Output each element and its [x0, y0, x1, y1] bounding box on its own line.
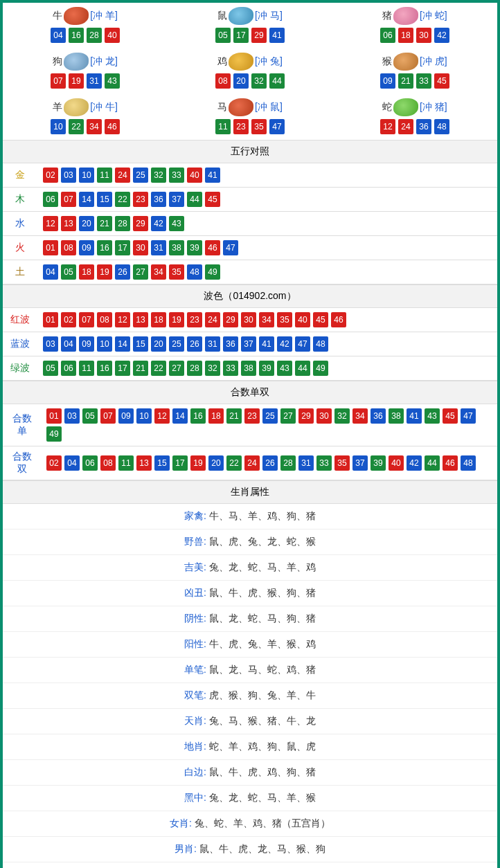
- attr-value: 鼠、牛、虎、鸡、狗、猪: [209, 766, 316, 777]
- number-badge: 40: [389, 455, 404, 471]
- attr-row: 家禽: 牛、马、羊、鸡、狗、猪: [3, 504, 497, 530]
- number-badge: 39: [259, 361, 274, 376]
- attrs-list: 家禽: 牛、马、羊、鸡、狗、猪野兽: 鼠、虎、兔、龙、蛇、猴吉美: 兔、龙、蛇、…: [3, 504, 497, 868]
- zodiac-name: 鸡: [217, 55, 227, 68]
- attr-value: 鼠、龙、马、蛇、鸡、猪: [209, 664, 316, 675]
- number-badge: 13: [136, 455, 152, 471]
- ox-icon: [64, 7, 89, 25]
- number-badge: 48: [313, 336, 328, 352]
- zodiac-name: 猪: [382, 10, 392, 22]
- number-badge: 05: [61, 264, 76, 280]
- zodiac-cell: 牛[冲 羊]04162840: [3, 3, 168, 48]
- row-numbers: 05061116172122272832333839434449: [37, 356, 497, 381]
- number-badge: 23: [187, 312, 202, 327]
- attr-row: 白边: 鼠、牛、虎、鸡、狗、猪: [3, 760, 497, 786]
- table-row: 绿波05061116172122272832333839434449: [3, 356, 497, 381]
- section-header-bose: 波色（014902.com）: [3, 284, 497, 308]
- number-badge: 21: [398, 73, 413, 89]
- number-badge: 45: [443, 408, 458, 424]
- number-badge: 21: [97, 216, 112, 231]
- number-badge: 39: [187, 240, 202, 255]
- number-badge: 23: [133, 192, 148, 207]
- number-badge: 44: [187, 192, 202, 207]
- number-badge: 43: [425, 408, 440, 424]
- number-badge: 33: [169, 168, 184, 183]
- row-label: 合数单: [3, 404, 41, 446]
- number-badge: 43: [169, 216, 184, 231]
- row-numbers: 03040910141520252631363741424748: [37, 332, 497, 356]
- number-badge: 16: [190, 408, 206, 424]
- number-badge: 05: [82, 408, 98, 424]
- zodiac-name: 羊: [53, 101, 62, 114]
- table-row: 木06071415222336374445: [3, 188, 497, 212]
- number-badge: 11: [97, 168, 112, 183]
- pig-icon: [393, 7, 418, 25]
- number-badge: 20: [151, 336, 166, 352]
- attr-key: 双笔:: [184, 689, 209, 700]
- number-badge: 03: [64, 408, 80, 424]
- number-badge: 23: [244, 408, 260, 424]
- number-badge: 35: [277, 312, 292, 327]
- number-badge: 48: [434, 119, 449, 134]
- number-badge: 04: [51, 28, 66, 43]
- attr-value: 兔、龙、蛇、马、羊、猴: [209, 792, 316, 803]
- number-badge: 21: [133, 361, 148, 376]
- number-badge: 48: [187, 264, 202, 280]
- number-badge: 04: [61, 336, 76, 352]
- number-badge: 24: [244, 455, 260, 471]
- zodiac-clash: [冲 猪]: [420, 101, 447, 114]
- number-badge: 20: [208, 455, 224, 471]
- attr-value: 牛、虎、兔、羊、猴、鸡: [209, 638, 316, 649]
- attr-value: 鼠、牛、虎、猴、狗、猪: [209, 587, 316, 598]
- zodiac-clash: [冲 虎]: [420, 55, 447, 68]
- attr-key: 吉美:: [184, 561, 209, 572]
- number-badge: 47: [295, 336, 310, 352]
- row-numbers: 0108091617303138394647: [37, 236, 497, 260]
- monkey-icon: [393, 53, 418, 71]
- rat-icon: [229, 7, 253, 25]
- number-badge: 35: [169, 264, 184, 280]
- zodiac-cell: 马[冲 鼠]11233547: [168, 94, 332, 140]
- number-badge: 15: [154, 455, 170, 471]
- number-badge: 11: [118, 455, 134, 471]
- number-badge: 33: [316, 455, 332, 471]
- number-badge: 37: [169, 192, 184, 207]
- number-badge: 18: [151, 312, 166, 327]
- number-badge: 35: [251, 119, 267, 134]
- zodiac-name: 狗: [53, 55, 62, 68]
- zodiac-name: 鼠: [217, 10, 227, 22]
- attr-value: 虎、猴、狗、兔、羊、牛: [209, 689, 316, 700]
- number-badge: 14: [172, 408, 188, 424]
- number-badge: 36: [223, 336, 238, 352]
- number-badge: 43: [105, 73, 120, 89]
- attr-value: 兔、马、猴、猪、牛、龙: [209, 715, 316, 726]
- attr-row: 男肖: 鼠、牛、虎、龙、马、猴、狗: [3, 837, 497, 862]
- number-badge: 19: [69, 73, 84, 89]
- number-badge: 01: [46, 408, 62, 424]
- number-badge: 13: [133, 312, 148, 327]
- number-badge: 26: [115, 264, 130, 280]
- number-badge: 38: [169, 240, 184, 255]
- number-badge: 42: [434, 28, 449, 43]
- attr-value: 鼠、牛、虎、龙、马、猴、狗: [199, 843, 325, 854]
- number-badge: 41: [259, 336, 274, 352]
- number-badge: 06: [380, 28, 395, 43]
- number-badge: 05: [43, 361, 58, 376]
- row-label: 木: [3, 188, 37, 212]
- zodiac-clash: [冲 兔]: [255, 55, 283, 68]
- row-numbers: 0102070812131819232429303435404546: [37, 308, 497, 332]
- zodiac-cell: 鸡[冲 兔]08203244: [168, 48, 332, 94]
- number-badge: 24: [115, 168, 130, 183]
- number-badge: 17: [115, 240, 130, 255]
- number-badge: 22: [69, 119, 84, 134]
- number-badge: 07: [79, 312, 94, 327]
- number-badge: 32: [334, 408, 350, 424]
- number-badge: 15: [133, 336, 148, 352]
- number-badge: 22: [115, 192, 130, 207]
- number-badge: 09: [380, 73, 395, 89]
- number-badge: 18: [208, 408, 224, 424]
- row-numbers: 0204060811131517192022242628313335373940…: [41, 446, 497, 480]
- zodiac-clash: [冲 龙]: [90, 55, 118, 68]
- rooster-icon: [229, 53, 253, 71]
- number-badge: 03: [43, 336, 58, 352]
